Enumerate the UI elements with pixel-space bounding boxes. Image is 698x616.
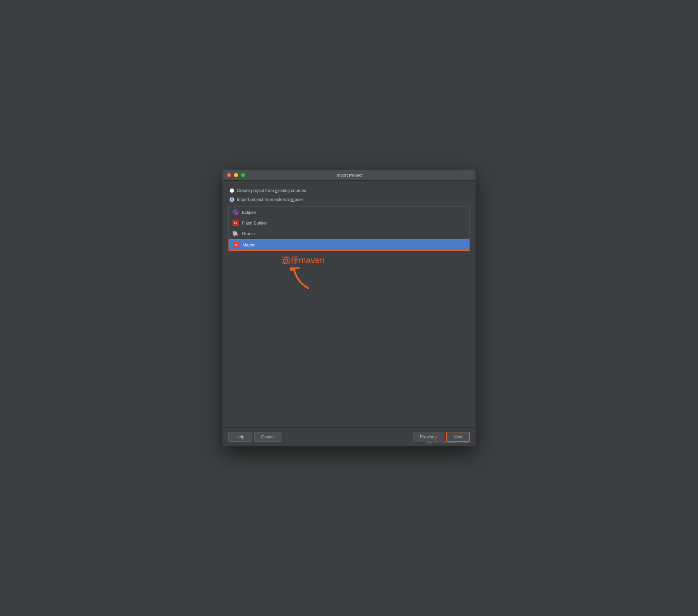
import-project-window: Import Project Create project from exist… bbox=[223, 170, 475, 446]
import-from-model-label: Import project from external model bbox=[237, 197, 303, 202]
title-bar: Import Project bbox=[223, 170, 475, 181]
bottom-left-buttons: Help Cancel bbox=[228, 432, 281, 442]
bottom-bar: Help Cancel Previous Next https://blog.c… bbox=[223, 428, 475, 446]
help-button[interactable]: Help bbox=[228, 432, 252, 442]
model-list: Eclipse Fx Flash Builder 🐘 Gradle m bbox=[228, 207, 470, 251]
maven-label: Maven bbox=[242, 242, 255, 248]
flashbuilder-item[interactable]: Fx Flash Builder bbox=[228, 218, 470, 228]
create-from-sources-radio[interactable] bbox=[229, 188, 234, 193]
minimize-button[interactable] bbox=[234, 173, 238, 177]
flashbuilder-icon: Fx bbox=[233, 220, 239, 226]
empty-content-area bbox=[228, 278, 470, 428]
eclipse-icon bbox=[233, 209, 239, 215]
create-from-sources-label: Create project from existing sources bbox=[237, 188, 306, 193]
gradle-label: Gradle bbox=[242, 231, 255, 236]
create-from-sources-option[interactable]: Create project from existing sources bbox=[228, 186, 470, 195]
import-from-model-radio[interactable] bbox=[229, 197, 234, 202]
flashbuilder-label: Flash Builder bbox=[242, 221, 267, 225]
gradle-item[interactable]: 🐘 Gradle bbox=[228, 228, 470, 239]
close-button[interactable] bbox=[227, 173, 231, 177]
annotation: 选择maven bbox=[281, 254, 325, 291]
maven-item[interactable]: m Maven bbox=[229, 239, 469, 250]
maven-icon: m bbox=[233, 242, 239, 248]
window-title: Import Project bbox=[336, 173, 363, 178]
traffic-lights bbox=[227, 173, 245, 177]
cancel-button[interactable]: Cancel bbox=[254, 432, 281, 442]
maximize-button[interactable] bbox=[241, 173, 245, 177]
annotation-arrow bbox=[290, 267, 317, 291]
import-from-model-option[interactable]: Import project from external model bbox=[228, 195, 470, 204]
annotation-text: 选择maven bbox=[281, 254, 325, 266]
eclipse-item[interactable]: Eclipse bbox=[228, 207, 470, 218]
window-content: Create project from existing sources Imp… bbox=[223, 181, 475, 428]
maven-selected-border: m Maven bbox=[228, 239, 470, 251]
watermark: https://blog.csdn.net/qq_3482917... bbox=[425, 441, 472, 444]
eclipse-label: Eclipse bbox=[242, 210, 256, 215]
annotation-area: 选择maven bbox=[228, 251, 470, 278]
gradle-icon: 🐘 bbox=[233, 230, 239, 237]
